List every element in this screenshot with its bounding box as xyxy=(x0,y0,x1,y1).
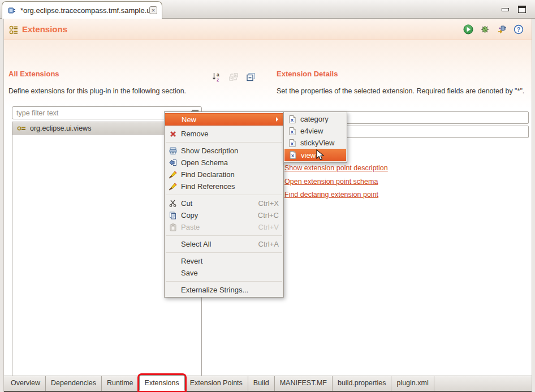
maximize-icon[interactable] xyxy=(518,6,526,13)
copy-icon xyxy=(169,212,176,219)
open-extension-point-schema-link[interactable]: Open extension point schema xyxy=(284,178,378,186)
mouse-cursor-icon xyxy=(316,149,326,162)
tab-overview[interactable]: Overview xyxy=(5,376,46,391)
help-icon[interactable]: ? xyxy=(514,24,524,35)
menu-separator xyxy=(166,195,282,195)
find-references-icon xyxy=(169,183,177,191)
extension-details-description: Set the properties of the selected exten… xyxy=(277,87,532,96)
minimize-icon[interactable] xyxy=(502,8,509,11)
cut-icon xyxy=(169,200,176,207)
view-controls xyxy=(502,0,526,19)
xml-file-icon: X xyxy=(289,127,296,135)
paste-icon xyxy=(170,223,176,231)
form-header: Extensions xyxy=(4,19,532,40)
menu-item-save[interactable]: Save xyxy=(165,267,283,279)
menu-item-remove[interactable]: Remove xyxy=(165,128,283,140)
sort-az-icon[interactable]: a z xyxy=(212,72,221,82)
extension-point-icon xyxy=(17,126,26,131)
submenu-item-e4view[interactable]: X e4view xyxy=(284,125,347,137)
tab-plugin-xml[interactable]: plugin.xml xyxy=(391,376,434,391)
tree-item-label: org.eclipse.ui.views xyxy=(30,124,91,132)
plugin-icon xyxy=(7,6,16,15)
tab-extension-points[interactable]: Extension Points xyxy=(185,376,248,391)
xml-file-icon: X xyxy=(289,139,296,147)
tab-dependencies[interactable]: Dependencies xyxy=(46,376,102,391)
open-schema-icon xyxy=(169,159,177,166)
bottom-tab-area: Overview Dependencies Runtime Extensions… xyxy=(4,376,532,392)
submenu-arrow-icon xyxy=(276,117,278,122)
menu-item-find-declaration[interactable]: Find Declaration xyxy=(165,169,283,180)
show-extension-point-description-link[interactable]: Show extension point description xyxy=(284,164,388,172)
editor-tab[interactable]: *org.eclipse.tracecompass.tmf.sample.ui … xyxy=(2,1,162,19)
section-toolbar: a z xyxy=(212,72,256,82)
bottom-tabbar: Overview Dependencies Runtime Extensions… xyxy=(4,376,532,391)
extension-details-title: Extension Details xyxy=(277,70,338,78)
menu-separator xyxy=(166,235,282,236)
run-icon[interactable] xyxy=(463,24,473,35)
find-declaring-extension-point-link[interactable]: Find declaring extension point xyxy=(284,191,378,199)
svg-text:X: X xyxy=(290,141,294,146)
new-submenu: X category X e4view X stickyView xyxy=(283,111,347,163)
all-extensions-title: All Extensions xyxy=(8,70,59,78)
xml-file-icon: X xyxy=(289,115,296,123)
menu-item-paste: Paste Ctrl+V xyxy=(165,221,283,233)
editor-tab-title: *org.eclipse.tracecompass.tmf.sample.ui xyxy=(20,6,149,15)
tab-build-properties[interactable]: build.properties xyxy=(333,376,391,391)
menu-item-externalize-strings[interactable]: Externalize Strings... xyxy=(165,284,283,296)
menu-separator xyxy=(166,252,282,253)
submenu-item-view[interactable]: X view xyxy=(284,149,346,161)
menu-separator xyxy=(166,281,282,282)
expand-collapse-icon[interactable] xyxy=(228,72,239,81)
tab-extensions[interactable]: Extensions xyxy=(139,375,185,391)
menu-item-revert[interactable]: Revert xyxy=(165,255,283,267)
tab-manifest-mf[interactable]: MANIFEST.MF xyxy=(275,376,333,391)
close-icon[interactable]: × xyxy=(149,6,157,14)
menu-item-open-schema[interactable]: Open Schema xyxy=(165,157,283,169)
menu-item-cut[interactable]: Cut Ctrl+X xyxy=(165,197,283,209)
submenu-item-category[interactable]: X category xyxy=(284,113,347,125)
xml-file-icon: X xyxy=(290,151,296,159)
submenu-item-stickyview[interactable]: X stickyView xyxy=(284,137,347,149)
svg-text:X: X xyxy=(291,153,294,158)
editor-tabbar: *org.eclipse.tracecompass.tmf.sample.ui … xyxy=(0,0,535,19)
eclipse-plugin-editor: *org.eclipse.tracecompass.tmf.sample.ui … xyxy=(0,0,535,392)
debug-icon[interactable] xyxy=(480,24,490,35)
all-extensions-description: Define extensions for this plug-in in th… xyxy=(8,87,223,96)
menu-item-find-references[interactable]: Find References xyxy=(165,180,283,192)
menu-item-copy[interactable]: Copy Ctrl+C xyxy=(165,209,283,221)
menu-item-new[interactable]: New xyxy=(165,113,283,126)
svg-text:?: ? xyxy=(517,26,520,33)
export-plugin-icon[interactable] xyxy=(497,24,507,35)
menu-item-select-all[interactable]: Select All Ctrl+A xyxy=(165,238,283,250)
menu-item-show-description[interactable]: Show Description xyxy=(165,145,283,157)
context-menu: New Remove Show Description xyxy=(164,111,284,298)
collapse-all-icon[interactable] xyxy=(246,72,256,81)
page-title: Extensions xyxy=(22,24,67,34)
show-description-icon xyxy=(169,147,177,154)
find-declaration-icon xyxy=(169,171,177,179)
tab-runtime[interactable]: Runtime xyxy=(102,376,139,391)
menu-separator xyxy=(166,142,282,143)
tab-build[interactable]: Build xyxy=(248,376,275,391)
svg-text:z: z xyxy=(217,77,219,82)
remove-icon xyxy=(170,131,176,137)
extensions-icon xyxy=(8,24,20,36)
svg-text:X: X xyxy=(290,117,294,122)
svg-text:X: X xyxy=(290,129,294,134)
